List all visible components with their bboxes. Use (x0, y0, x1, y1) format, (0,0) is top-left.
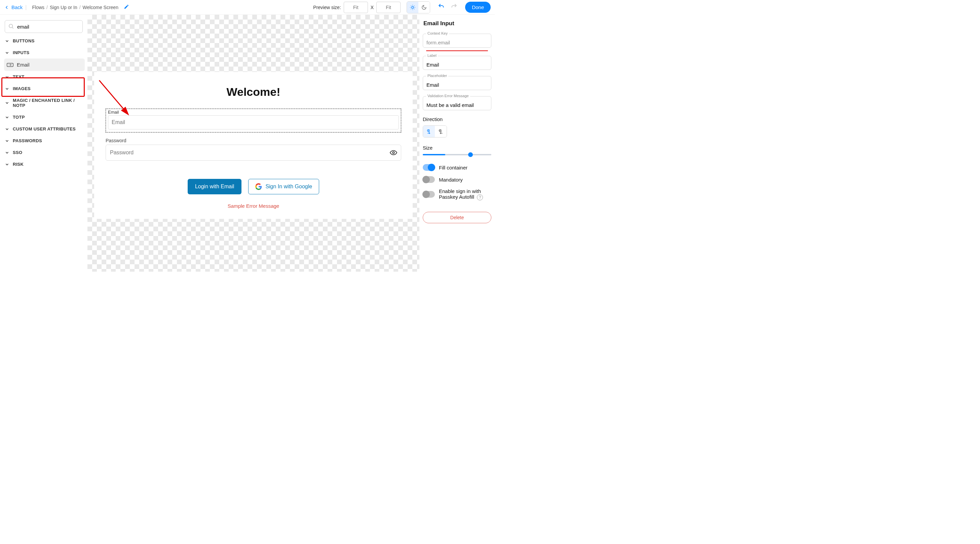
direction-rtl-button[interactable] (435, 126, 447, 137)
ltr-icon (426, 129, 432, 134)
undo-button[interactable] (436, 2, 446, 13)
passkey-toggle[interactable] (423, 191, 435, 198)
label-label: Label (426, 54, 438, 57)
preview-height-input[interactable] (376, 2, 401, 13)
back-label: Back (11, 4, 22, 10)
placeholder-label: Placeholder (426, 74, 448, 78)
help-icon[interactable]: ? (477, 194, 483, 200)
moon-icon (422, 5, 427, 10)
mandatory-toggle[interactable] (423, 176, 435, 183)
direction-ltr-button[interactable] (423, 126, 435, 137)
google-button-label: Sign In with Google (265, 184, 312, 189)
category-risk[interactable]: RISK (3, 158, 85, 170)
login-email-button[interactable]: Login with Email (188, 179, 242, 194)
error-message: Sample Error Message (101, 203, 406, 209)
placeholder-input[interactable] (423, 76, 492, 90)
fill-container-toggle[interactable] (423, 164, 435, 171)
form-card: Welcome! Email Password Login with (94, 72, 413, 219)
input-icon (7, 62, 13, 68)
google-icon (255, 183, 262, 190)
crumb-signup[interactable]: Sign Up or In (50, 5, 77, 10)
crumb-welcome[interactable]: Welcome Screen (83, 5, 118, 10)
delete-button[interactable]: Delete (423, 212, 492, 223)
google-signin-button[interactable]: Sign In with Google (248, 179, 319, 194)
preview-x: X (371, 5, 374, 10)
passkey-label: Enable sign in with Passkey Autofill ? (439, 188, 492, 200)
context-key-input[interactable] (423, 33, 492, 48)
redo-button (449, 2, 459, 13)
category-sso[interactable]: SSO (3, 146, 85, 158)
chevron-down-icon (5, 127, 10, 132)
size-slider[interactable] (423, 154, 492, 155)
email-label: Email (108, 110, 399, 115)
email-input[interactable] (108, 115, 399, 129)
fill-container-label: Fill container (439, 165, 468, 170)
direction-label: Direction (423, 116, 492, 122)
annotation-underline (426, 51, 488, 51)
arrow-left-icon (4, 5, 10, 10)
rtl-icon (438, 129, 444, 134)
svg-point-1 (9, 24, 13, 28)
context-key-label: Context Key (426, 31, 449, 35)
label-input[interactable] (423, 56, 492, 70)
validation-label: Validation Error Message (426, 94, 470, 98)
mandatory-label: Mandatory (439, 177, 463, 183)
password-group: Password (106, 138, 401, 161)
size-label: Size (423, 145, 492, 151)
category-text[interactable]: TEXT (3, 71, 85, 83)
sidebar: BUTTONS INPUTS Email TEXT IMAGES MAGIC /… (0, 15, 88, 272)
chevron-down-icon (5, 115, 10, 120)
password-label: Password (106, 138, 401, 143)
chevron-down-icon (5, 138, 10, 143)
props-title: Email Input (423, 20, 492, 27)
chevron-down-icon (5, 150, 10, 155)
category-totp[interactable]: TOTP (3, 111, 85, 123)
svg-point-3 (393, 152, 395, 154)
email-field-slot[interactable]: Email (106, 108, 401, 132)
eye-icon[interactable] (390, 149, 397, 158)
category-buttons[interactable]: BUTTONS (3, 35, 85, 47)
dark-mode-button[interactable] (418, 2, 430, 13)
category-custom[interactable]: CUSTOM USER ATTRIBUTES (3, 123, 85, 135)
preview-size: Preview size: X (313, 2, 401, 13)
chevron-down-icon (5, 86, 10, 91)
svg-point-0 (412, 6, 414, 8)
preview-size-label: Preview size: (313, 5, 341, 10)
crumb-flows[interactable]: Flows (32, 5, 45, 10)
search-input[interactable] (5, 20, 83, 33)
validation-input[interactable] (423, 96, 492, 110)
password-input[interactable] (106, 145, 401, 161)
sidebar-item-email[interactable]: Email (4, 59, 85, 71)
svg-rect-2 (7, 63, 13, 67)
sidebar-item-label: Email (17, 62, 30, 68)
preview-width-input[interactable] (344, 2, 368, 13)
chevron-down-icon (5, 39, 10, 43)
edit-icon[interactable] (124, 4, 129, 11)
category-inputs[interactable]: INPUTS (3, 47, 85, 59)
chevron-down-icon (5, 162, 10, 167)
category-magic[interactable]: MAGIC / ENCHANTED LINK / NOTP (3, 94, 85, 111)
category-passwords[interactable]: PASSWORDS (3, 135, 85, 146)
chevron-down-icon (5, 51, 10, 55)
theme-toggle (407, 2, 430, 13)
undo-icon (438, 3, 445, 10)
done-button[interactable]: Done (465, 2, 491, 13)
breadcrumb: Flows / Sign Up or In / Welcome Screen (32, 5, 118, 10)
page-title: Welcome! (101, 85, 406, 99)
chevron-down-icon (5, 100, 10, 105)
search-icon (8, 23, 14, 30)
redo-icon (451, 3, 457, 10)
properties-panel: Email Input Context Key Label Placeholde… (419, 15, 495, 272)
back-link[interactable]: Back (4, 4, 22, 10)
sun-icon (410, 4, 416, 10)
canvas[interactable]: Welcome! Email Password Login with (88, 15, 419, 272)
category-images[interactable]: IMAGES (3, 83, 85, 94)
direction-toggle (423, 126, 447, 137)
light-mode-button[interactable] (407, 2, 418, 13)
chevron-down-icon (5, 75, 10, 80)
